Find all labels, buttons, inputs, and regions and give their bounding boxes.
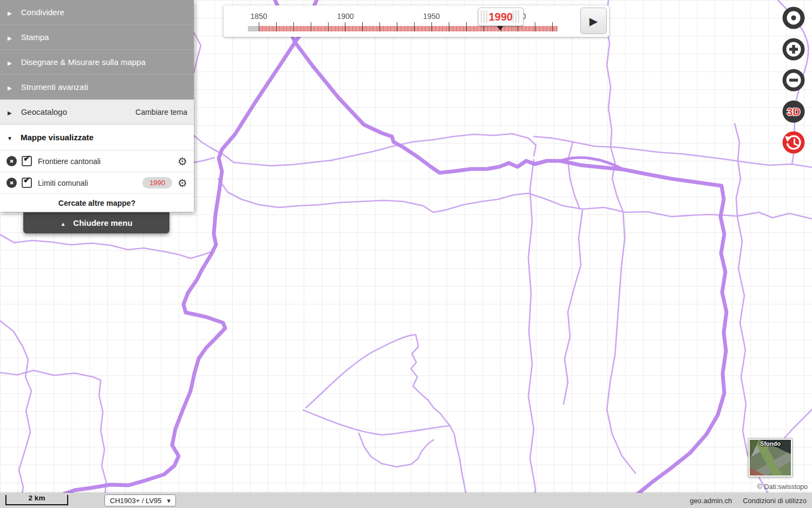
zoom-out-button[interactable]: [782, 68, 806, 92]
cantonal-border-path: [295, 0, 726, 508]
menu-item-label: Disegnare & Misurare sulla mappa: [21, 57, 146, 67]
handle-grip-left: [481, 10, 489, 23]
time-slider: 1850 1900 1950 2000 1990: [224, 5, 609, 37]
municipal-boundary-path: [221, 134, 536, 166]
layer-visibility-checkbox[interactable]: [22, 178, 32, 188]
menu-item-print[interactable]: Stampa: [0, 25, 194, 50]
menu-item-label: Geocatalogo: [21, 107, 67, 116]
handle-grip-right: [513, 10, 521, 23]
current-year-label: 1990: [489, 11, 513, 23]
menu-item-label: Condividere: [21, 8, 64, 17]
displayed-maps-label: Mappe visualizzate: [21, 133, 94, 142]
layer-label: Limiti comunali: [38, 179, 88, 187]
projection-select[interactable]: CH1903+ / LV95: [104, 494, 176, 506]
chevron-right-icon: [0, 8, 21, 17]
layer-row-municipal-limits: Limiti comunali 1990: [0, 172, 194, 194]
menu-item-draw-measure[interactable]: Disegnare & Misurare sulla mappa: [0, 50, 194, 75]
chevron-right-icon: [0, 82, 21, 92]
terms-of-use-link[interactable]: Condizioni di utilizzo: [743, 497, 807, 505]
municipal-boundary-path: [194, 135, 219, 152]
layer-visibility-checkbox[interactable]: [22, 156, 32, 166]
scale-bar: 2 km: [5, 495, 68, 505]
time-tick-label: 1950: [423, 12, 440, 21]
time-tick-label: 1850: [250, 12, 267, 21]
municipal-boundary-path: [303, 410, 450, 435]
search-more-maps-link[interactable]: Cercate altre mappe?: [0, 194, 194, 212]
data-attribution: © Dati:swisstopo: [757, 483, 808, 491]
displayed-maps-header[interactable]: Mappe visualizzate: [0, 125, 194, 151]
municipal-boundary-path: [411, 335, 469, 508]
menu-item-advanced-tools[interactable]: Strumenti avanzati: [0, 75, 194, 100]
zoom-in-button[interactable]: [782, 37, 806, 61]
close-menu-button[interactable]: Chiudere menu: [23, 212, 169, 233]
municipal-boundary-path: [0, 321, 31, 508]
geolocate-button[interactable]: [782, 6, 806, 30]
menu-item-geocatalog[interactable]: Geocatalogo Cambiare tema: [0, 100, 194, 125]
three-d-label: 3D: [787, 106, 800, 118]
plus-icon: [782, 37, 806, 61]
municipal-boundary-path: [194, 158, 214, 162]
menu-item-label: Strumenti avanzati: [21, 82, 88, 92]
municipal-boundary-path: [735, 123, 741, 216]
municipal-boundary-path: [306, 335, 416, 408]
chevron-up-icon: [60, 218, 73, 227]
municipal-boundary-path: [568, 142, 580, 209]
layer-year-badge[interactable]: 1990: [142, 177, 172, 188]
change-theme-link[interactable]: Cambiare tema: [135, 108, 194, 116]
close-menu-label: Chiudere menu: [73, 218, 132, 227]
municipal-boundary-path: [528, 160, 535, 508]
layer-row-cantonal-borders: Frontiere cantonali: [0, 151, 194, 172]
municipal-boundary-path: [359, 433, 434, 467]
geoadmin-map-viewer: 1850 1900 1950 2000 1990: [0, 0, 812, 508]
main-menu: Condividere Stampa Disegnare & Misurare …: [0, 0, 194, 212]
remove-layer-button[interactable]: [6, 178, 17, 188]
municipal-boundary-path: [564, 210, 582, 404]
bottom-bar: 2 km CH1903+ / LV95 geo.admin.ch Condizi…: [0, 493, 812, 508]
chevron-down-icon: [0, 133, 21, 142]
scale-label: 2 km: [6, 494, 67, 502]
time-slider-handle[interactable]: 1990: [478, 8, 523, 26]
geolocate-icon: [782, 6, 806, 30]
background-selector-label: Sfondo: [750, 440, 791, 447]
minus-icon: [782, 68, 806, 92]
chevron-right-icon: [0, 57, 21, 67]
municipal-boundary-path: [606, 0, 636, 473]
footer-links: geo.admin.ch Condizioni di utilizzo: [690, 493, 807, 508]
history-clock-icon: [782, 131, 806, 154]
toggle-3d-button[interactable]: 3D: [782, 100, 806, 123]
chevron-right-icon: [0, 32, 21, 42]
municipal-boundary-path: [0, 235, 214, 258]
menu-item-label: Stampa: [21, 32, 49, 42]
play-icon: [590, 15, 598, 28]
time-travel-button[interactable]: [782, 131, 806, 154]
time-tick-label: 1900: [337, 12, 353, 21]
remove-layer-button[interactable]: [6, 156, 17, 166]
layer-label: Frontiere cantonali: [38, 157, 101, 166]
projection-value: CH1903+ / LV95: [110, 497, 162, 505]
chevron-right-icon: [0, 107, 21, 116]
handle-pointer-icon: [497, 26, 503, 30]
play-button[interactable]: [580, 8, 607, 34]
layer-settings-gear-icon[interactable]: [178, 155, 187, 168]
menu-item-share[interactable]: Condividere: [0, 0, 194, 25]
geoadmin-link[interactable]: geo.admin.ch: [690, 497, 732, 505]
municipal-boundary-path: [194, 32, 201, 73]
layer-settings-gear-icon[interactable]: [178, 177, 187, 190]
chevron-down-icon: [167, 497, 171, 505]
three-d-icon: 3D: [782, 100, 806, 123]
background-selector[interactable]: Sfondo: [749, 439, 792, 477]
